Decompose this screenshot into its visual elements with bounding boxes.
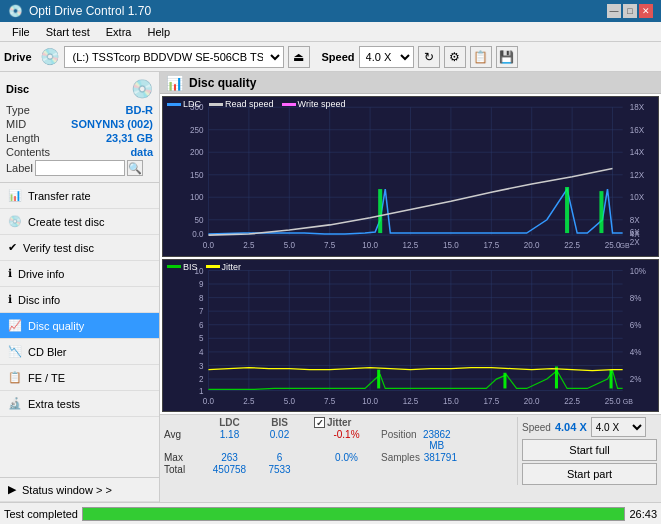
speed-display-row: Speed 4.04 X 4.0 X	[522, 417, 657, 437]
svg-text:12X: 12X	[630, 171, 645, 180]
svg-text:4%: 4%	[630, 347, 642, 356]
content-header: 📊 Disc quality	[160, 72, 661, 94]
menu-file[interactable]: File	[4, 22, 38, 42]
stats-avg-label: Avg	[164, 429, 202, 451]
disc-label-btn[interactable]: 🔍	[127, 160, 143, 176]
sidebar-item-create-test-disc[interactable]: 💿 Create test disc	[0, 209, 159, 235]
chart2-legend-bis: BIS	[167, 262, 198, 272]
sidebar-status: ▶ Status window > >	[0, 477, 159, 502]
disc-label-key: Label	[6, 162, 33, 174]
menu-extra[interactable]: Extra	[98, 22, 140, 42]
chart1-container: LDC Read speed Write speed	[162, 96, 659, 257]
stats-samples-val: 381791	[424, 452, 457, 463]
drive-label: Drive	[4, 51, 32, 63]
svg-text:100: 100	[190, 193, 204, 202]
svg-rect-102	[610, 369, 613, 388]
jitter-checkbox[interactable]: ✓	[314, 417, 325, 428]
save-button[interactable]: 💾	[496, 46, 518, 68]
sidebar-item-extra-tests[interactable]: 🔬 Extra tests	[0, 391, 159, 417]
status-window-button[interactable]: ▶ Status window > >	[0, 478, 159, 502]
disc-label-row: Label 🔍	[6, 160, 153, 176]
svg-text:GB: GB	[623, 397, 633, 406]
verify-test-disc-label: Verify test disc	[23, 242, 94, 254]
stats-total-label: Total	[164, 464, 202, 475]
maximize-button[interactable]: □	[623, 4, 637, 18]
svg-text:7.5: 7.5	[324, 397, 336, 406]
stats-samples-label: Samples	[381, 452, 420, 463]
stats-col-empty	[164, 417, 202, 428]
svg-text:GB: GB	[620, 242, 630, 250]
svg-text:2.5: 2.5	[243, 241, 255, 250]
menu-help[interactable]: Help	[139, 22, 178, 42]
title-bar-left: 💿 Opti Drive Control 1.70	[8, 4, 151, 18]
verify-test-disc-icon: ✔	[8, 241, 17, 254]
svg-text:4: 4	[199, 347, 204, 356]
drive-select[interactable]: (L:) TSSTcorp BDDVDW SE-506CB TS02	[64, 46, 284, 68]
content-area: 📊 Disc quality LDC Read speed	[160, 72, 661, 502]
svg-text:25.0: 25.0	[605, 397, 621, 406]
stats-max-label: Max	[164, 452, 202, 463]
svg-rect-101	[555, 366, 558, 388]
stats-max-speed: Samples 381791	[379, 452, 459, 463]
svg-rect-47	[599, 191, 603, 233]
progress-bar-fill	[83, 508, 624, 520]
svg-text:7.5: 7.5	[324, 241, 336, 250]
speed-select[interactable]: 4.0 X	[359, 46, 414, 68]
app-title: Opti Drive Control 1.70	[29, 4, 151, 18]
stats-col-jitter: Jitter	[327, 417, 351, 428]
sidebar-item-drive-info[interactable]: ℹ Drive info	[0, 261, 159, 287]
speed-text-label: Speed	[522, 422, 551, 433]
svg-text:8%: 8%	[630, 293, 642, 302]
sidebar-item-disc-info[interactable]: ℹ Disc info	[0, 287, 159, 313]
eject-button[interactable]: ⏏	[288, 46, 310, 68]
disc-mid-row: MID SONYNN3 (002)	[6, 118, 153, 130]
copy-button[interactable]: 📋	[470, 46, 492, 68]
drive-info-label: Drive info	[18, 268, 64, 280]
minimize-button[interactable]: —	[607, 4, 621, 18]
chart1-svg: 300 250 200 150 100 50 0.0 18X 16X 14X 1…	[163, 97, 658, 256]
svg-text:8: 8	[199, 293, 204, 302]
svg-text:1: 1	[199, 386, 204, 395]
disc-mid-value: SONYNN3 (002)	[71, 118, 153, 130]
sidebar-item-transfer-rate[interactable]: 📊 Transfer rate	[0, 183, 159, 209]
stats-max-ldc: 263	[202, 452, 257, 463]
start-full-button[interactable]: Start full	[522, 439, 657, 461]
disc-type-label: Type	[6, 104, 30, 116]
sidebar-item-disc-quality[interactable]: 📈 Disc quality	[0, 313, 159, 339]
disc-label-input[interactable]	[35, 160, 125, 176]
svg-text:10X: 10X	[630, 193, 645, 202]
svg-text:6%: 6%	[630, 320, 642, 329]
svg-text:8X: 8X	[630, 216, 640, 225]
svg-text:9: 9	[199, 280, 204, 289]
stats-avg-ldc: 1.18	[202, 429, 257, 451]
sidebar-item-fe-te[interactable]: 📋 FE / TE	[0, 365, 159, 391]
content-header-icon: 📊	[166, 75, 183, 91]
disc-type-value: BD-R	[126, 104, 154, 116]
chart1-legend-read: Read speed	[209, 99, 274, 109]
menu-start-test[interactable]: Start test	[38, 22, 98, 42]
sidebar-item-verify-test-disc[interactable]: ✔ Verify test disc	[0, 235, 159, 261]
svg-text:16X: 16X	[630, 126, 645, 135]
svg-rect-46	[565, 187, 569, 233]
svg-text:12.5: 12.5	[403, 397, 419, 406]
speed-select-dropdown[interactable]: 4.0 X	[591, 417, 646, 437]
svg-text:10%: 10%	[630, 266, 646, 275]
start-part-button[interactable]: Start part	[522, 463, 657, 485]
stats-position-label: Position	[381, 429, 417, 451]
chart2-legend: BIS Jitter	[167, 262, 241, 272]
svg-text:250: 250	[190, 126, 204, 135]
status-text: Test completed	[4, 508, 78, 520]
toolbar: Drive 💿 (L:) TSSTcorp BDDVDW SE-506CB TS…	[0, 42, 661, 72]
stats-max-jitter: 0.0%	[314, 452, 379, 463]
settings-button[interactable]: ⚙	[444, 46, 466, 68]
chart1-legend: LDC Read speed Write speed	[167, 99, 345, 109]
title-bar-controls: — □ ✕	[607, 4, 653, 18]
stats-avg-speed: Position 23862 MB	[379, 429, 459, 451]
progress-bar-container	[82, 507, 625, 521]
refresh-button[interactable]: ↻	[418, 46, 440, 68]
svg-rect-100	[503, 372, 506, 388]
close-button[interactable]: ✕	[639, 4, 653, 18]
jitter-checkbox-area: ✓ Jitter	[314, 417, 379, 428]
cd-bler-label: CD Bler	[28, 346, 67, 358]
sidebar-item-cd-bler[interactable]: 📉 CD Bler	[0, 339, 159, 365]
